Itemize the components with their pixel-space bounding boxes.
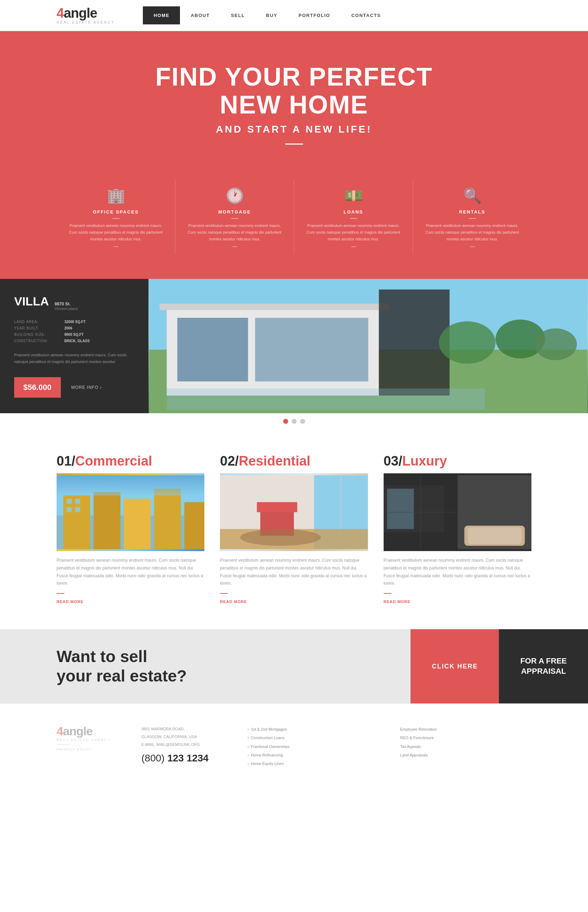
hero-subheadline: AND START A NEW LIFE! (57, 124, 531, 135)
footer-address: 9801 MARMORA ROAD, GLASGOW, CALIFORNIA, … (141, 725, 226, 748)
cta-text-area: Want to sell your real estate? (0, 629, 410, 704)
footer-link-1st-mortgages: ›1st & 2nd Mortgages (247, 725, 379, 733)
logo-name: angle (64, 6, 97, 21)
year-label: YEAR BUILT: (14, 326, 60, 330)
residential-image (220, 473, 368, 551)
cta-appraisal-text: APPRAISAL (520, 666, 567, 676)
footer-logo-text: 4angle (57, 725, 120, 737)
footer-link-land: Land Appraisals (400, 751, 532, 759)
footer-links-col2: Employee Relocation REO & Foreclosure Ta… (400, 725, 532, 759)
footer-logo-sub: REAL ESTATE AGENCY (57, 738, 120, 742)
svg-rect-5 (255, 318, 368, 381)
villa-street: 9870 St. (55, 302, 78, 307)
nav-contacts[interactable]: CONTACTS (341, 6, 391, 24)
footer-phone: (800) 123 1234 (141, 752, 226, 764)
commercial-read-more[interactable]: READ MORE (57, 599, 84, 604)
dot-2[interactable] (292, 419, 297, 424)
footer-link-fractional: ›Fractional Ownerships (247, 743, 379, 751)
feature-office: 🏢 OFFICE SPACES Praesent vestibulum aene… (57, 180, 175, 254)
footer-phone-prefix: (800) (141, 752, 165, 763)
villa-section: VILLA 9870 St. Vincent place LAND AREA: … (0, 279, 588, 413)
nav-portfolio[interactable]: PORTFOLIO (288, 6, 341, 24)
cta-headline: Want to sell your real estate? (57, 647, 187, 686)
feature-rentals: 🔍 RENTALS Praesent vestibulum aenean nou… (413, 180, 531, 254)
property-commercial: 01/Commercial (57, 454, 204, 604)
mortgage-title: MORTGAGE (186, 209, 283, 215)
feature-mortgage: 🕐 MORTGAGE Praesent vestibulum aenean no… (175, 180, 294, 254)
feature-loans: 💵 LOANS Praesent vestibulum aenean noumm… (294, 180, 413, 254)
cta-free-appraisal: FOR A FREE APPRAISAL (499, 629, 588, 704)
commercial-number: 01/Commercial (57, 454, 204, 468)
villa-detail-construction: CONSTRUCTION: BRICK, GLASS (14, 339, 134, 343)
svg-rect-20 (75, 499, 80, 504)
rentals-title: RENTALS (423, 209, 521, 215)
logo-text: 4angle (57, 6, 115, 20)
luxury-desc: Praesent vestibulum aenean noummy endren… (384, 557, 531, 587)
logo: 4angle REAL ESTATE AGENCY (57, 6, 115, 24)
footer-link-relocation: Employee Relocation (400, 725, 532, 733)
villa-footer: $56.000 MORE INFO › (14, 377, 134, 398)
building-value: 9000 SQ.FT (65, 333, 84, 337)
loans-desc: Praesent vestibulum aenean noummy endren… (305, 222, 402, 242)
svg-rect-38 (387, 489, 414, 529)
office-desc: Praesent vestibulum aenean noummy endren… (67, 222, 165, 242)
footer-logo-area: 4angle REAL ESTATE AGENCY PRIVACY POLICY (57, 725, 120, 751)
rentals-desc: Praesent vestibulum aenean noummy endren… (423, 222, 521, 242)
villa-more-info[interactable]: MORE INFO › (71, 385, 102, 390)
footer-link-tax: Tax Appeals (400, 743, 532, 751)
mortgage-desc: Praesent vestibulum aenean noummy endren… (186, 222, 283, 242)
cta-click-button[interactable]: CLICK HERE (410, 629, 499, 704)
residential-read-more[interactable]: READ MORE (220, 599, 247, 604)
villa-header: VILLA 9870 St. Vincent place (14, 294, 134, 311)
villa-image (149, 279, 588, 413)
residential-desc: Praesent vestibulum aenean noummy endren… (220, 557, 368, 587)
footer: 4angle REAL ESTATE AGENCY PRIVACY POLICY… (0, 704, 588, 789)
nav-home[interactable]: HOME (143, 6, 180, 24)
property-luxury: 03/Luxury Praesent vestibulum aenean nou… (384, 454, 531, 604)
footer-link-equity: ›Home Equity Lines (247, 759, 379, 768)
villa-price: $56.000 (14, 377, 61, 398)
nav-buy[interactable]: BUY (255, 6, 288, 24)
svg-rect-21 (67, 507, 72, 512)
nav-sell[interactable]: SELL (220, 6, 255, 24)
villa-address: 9870 St. Vincent place (55, 302, 78, 311)
villa-info-panel: VILLA 9870 St. Vincent place LAND AREA: … (0, 279, 149, 413)
hero-section: FIND YOUR PERFECT NEW HOME AND START A N… (0, 31, 588, 162)
svg-rect-22 (75, 507, 80, 512)
footer-link-reo: REO & Foreclosure (400, 733, 532, 742)
luxury-read-more[interactable]: READ MORE (384, 599, 410, 604)
land-label: LAND AREA: (14, 320, 60, 324)
villa-image-placeholder (149, 279, 588, 413)
land-value: 32000 SQ.FT (65, 320, 86, 324)
property-residential: 02/Residential Praesent vestibulum aenea… (220, 454, 368, 604)
rentals-icon: 🔍 (423, 187, 521, 204)
svg-rect-6 (160, 303, 389, 310)
villa-detail-year: YEAR BUILT: 2006 (14, 326, 134, 330)
svg-rect-19 (67, 499, 72, 504)
svg-rect-16 (124, 499, 150, 549)
footer-privacy-link[interactable]: PRIVACY POLICY (57, 747, 120, 751)
logo-subtitle: REAL ESTATE AGENCY (57, 21, 115, 24)
svg-rect-18 (184, 502, 204, 549)
office-title: OFFICE SPACES (67, 209, 165, 215)
office-icon: 🏢 (67, 187, 165, 204)
hero-divider (285, 144, 303, 145)
header: 4angle REAL ESTATE AGENCY HOME ABOUT SEL… (0, 0, 588, 31)
building-label: BUILDING SIZE: (14, 333, 60, 337)
svg-rect-30 (257, 502, 297, 513)
footer-link-refinancing: ›Home Refinancing (247, 751, 379, 759)
svg-point-31 (240, 529, 321, 546)
luxury-image (384, 473, 531, 551)
commercial-image (57, 473, 204, 551)
footer-phone-main: 123 1234 (167, 752, 208, 763)
dot-1[interactable] (283, 419, 288, 424)
mortgage-icon: 🕐 (186, 187, 283, 204)
nav-about[interactable]: ABOUT (180, 6, 220, 24)
dot-3[interactable] (300, 419, 305, 424)
main-nav: HOME ABOUT SELL BUY PORTFOLIO CONTACTS (143, 6, 391, 24)
footer-contact-area: 9801 MARMORA ROAD, GLASGOW, CALIFORNIA, … (141, 725, 226, 764)
year-value: 2006 (65, 326, 72, 330)
villa-place: Vincent place (55, 307, 78, 311)
construction-label: CONSTRUCTION: (14, 339, 60, 343)
luxury-number: 03/Luxury (384, 454, 531, 468)
